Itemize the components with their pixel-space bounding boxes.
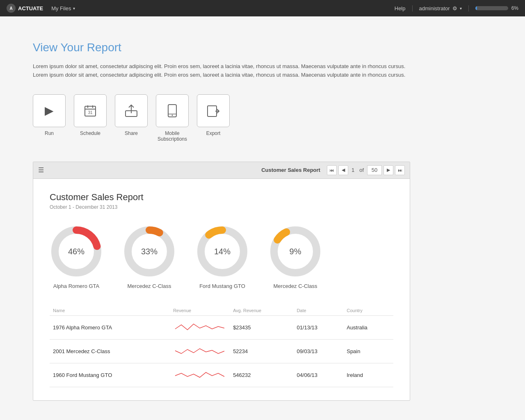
donut-chart-3: 14%	[196, 225, 249, 278]
chart-name-1: Alpha Romero GTA	[53, 283, 99, 289]
cell-date: 09/03/13	[293, 339, 343, 363]
cell-sparkline-1	[170, 315, 230, 339]
help-link[interactable]: Help	[395, 5, 406, 11]
cell-country: Australia	[343, 315, 393, 339]
pagination: ⏮ ◀ 1 of 50 ▶ ⏭	[327, 165, 405, 175]
mobile-label: MobileSubscriptions	[158, 130, 187, 142]
col-date: Date	[293, 306, 343, 316]
chart-mercedez-2: 9% Mercedez C-Class	[269, 225, 322, 289]
cell-name: 1976 Alpha Romero GTA	[50, 315, 170, 339]
schedule-icon: 31	[74, 94, 107, 127]
cell-name: 2001 Mercedez C-Class	[50, 339, 170, 363]
col-country: Country	[343, 306, 393, 316]
export-icon	[197, 94, 230, 127]
progress-bar-inner	[475, 6, 477, 10]
progress-pct: 6%	[511, 5, 518, 11]
table-row: 1976 Alpha Romero GTA $23435 01/13/13 Au…	[50, 315, 393, 339]
svg-rect-10	[208, 106, 217, 116]
donut-label-3: 14%	[214, 247, 231, 256]
report-heading: Customer Sales Report	[50, 192, 393, 203]
cell-sparkline-3	[170, 363, 230, 387]
export-label: Export	[206, 130, 221, 136]
report-content: Customer Sales Report October 1 - Decemb…	[33, 179, 410, 400]
run-icon: ▶	[33, 94, 66, 127]
first-page-button[interactable]: ⏮	[327, 165, 337, 175]
page-title: View Your Report	[33, 41, 418, 54]
chart-name-4: Mercedez C-Class	[274, 283, 317, 289]
prev-page-button[interactable]: ◀	[338, 165, 348, 175]
share-button[interactable]: Share	[115, 94, 148, 142]
mobile-icon	[156, 94, 189, 127]
topnav: A ACTUATE My Files ▾ Help administrator …	[0, 0, 525, 16]
share-label: Share	[125, 130, 138, 136]
settings-icon: ⚙	[452, 5, 457, 11]
cell-avg-revenue: 546232	[230, 363, 293, 387]
cell-name: 1960 Ford Mustang GTO	[50, 363, 170, 387]
chart-name-2: Mercedez C-Class	[128, 283, 171, 289]
admin-arrow-icon: ▾	[460, 6, 462, 11]
chart-name-3: Ford Mustang GTO	[199, 283, 245, 289]
logo: A ACTUATE	[7, 4, 43, 13]
col-name: Name	[50, 306, 170, 316]
export-button[interactable]: Export	[197, 94, 230, 142]
data-table: Name Revenue Avg. Revenue Date Country 1…	[50, 306, 393, 387]
run-label: Run	[45, 130, 54, 136]
last-page-button[interactable]: ⏭	[395, 165, 405, 175]
table-row: 2001 Mercedez C-Class 52234 09/03/13 Spa…	[50, 339, 393, 363]
schedule-label: Schedule	[80, 130, 100, 136]
chart-mercedez-1: 33% Mercedez C-Class	[123, 225, 176, 289]
chart-ford-mustang: 14% Ford Mustang GTO	[196, 225, 249, 289]
cell-date: 04/06/13	[293, 363, 343, 387]
donut-chart-4: 9%	[269, 225, 322, 278]
main-content: View Your Report Lorem ipsum dolor sit a…	[0, 16, 451, 420]
of-label: of	[359, 167, 364, 173]
admin-label: administrator	[419, 5, 450, 11]
donut-label-1: 46%	[68, 247, 84, 256]
cell-avg-revenue: $23435	[230, 315, 293, 339]
col-revenue: Revenue	[170, 306, 230, 316]
svg-text:31: 31	[88, 110, 93, 115]
report-date-range: October 1 - December 31 2013	[50, 204, 393, 210]
mobile-subscriptions-button[interactable]: MobileSubscriptions	[156, 94, 189, 142]
storage-progress: 6%	[472, 5, 518, 11]
cell-country: Spain	[343, 339, 393, 363]
cell-date: 01/13/13	[293, 315, 343, 339]
total-pages: 50	[367, 165, 382, 175]
logo-text: ACTUATE	[18, 5, 43, 11]
progress-bar-outer	[475, 6, 508, 10]
donut-label-4: 9%	[290, 247, 301, 256]
schedule-button[interactable]: 31 Schedule	[74, 94, 107, 142]
actions-row: ▶ Run 31 Schedule	[33, 94, 418, 142]
col-avg-revenue: Avg. Revenue	[230, 306, 293, 316]
logo-icon: A	[7, 4, 16, 13]
next-page-button[interactable]: ▶	[383, 165, 393, 175]
admin-menu[interactable]: administrator ⚙ ▾	[412, 5, 469, 11]
current-page: 1	[352, 167, 354, 173]
myfiles-label: My Files	[51, 5, 71, 11]
share-icon	[115, 94, 148, 127]
charts-row: 46% Alpha Romero GTA 33% Mercedez C-Clas…	[50, 225, 393, 289]
hamburger-icon[interactable]: ☰	[38, 166, 44, 174]
table-row: 1960 Ford Mustang GTO 546232 04/06/13 Ir…	[50, 363, 393, 387]
donut-chart-1: 46%	[50, 225, 103, 278]
cell-country: Ireland	[343, 363, 393, 387]
donut-label-2: 33%	[141, 247, 158, 256]
myfiles-menu[interactable]: My Files ▾	[51, 5, 75, 11]
chart-alpha-romero: 46% Alpha Romero GTA	[50, 225, 103, 289]
report-toolbar-title: Customer Sales Report	[261, 167, 320, 173]
page-description: Lorem ipsum dolor sit amet, consectetur …	[33, 62, 410, 80]
report-toolbar: ☰ Customer Sales Report ⏮ ◀ 1 of 50 ▶ ⏭	[33, 162, 410, 179]
svg-point-8	[172, 114, 173, 116]
donut-chart-2: 33%	[123, 225, 176, 278]
cell-sparkline-2	[170, 339, 230, 363]
report-viewer: ☰ Customer Sales Report ⏮ ◀ 1 of 50 ▶ ⏭ …	[33, 162, 410, 401]
run-button[interactable]: ▶ Run	[33, 94, 66, 142]
cell-avg-revenue: 52234	[230, 339, 293, 363]
myfiles-arrow-icon: ▾	[73, 6, 75, 11]
